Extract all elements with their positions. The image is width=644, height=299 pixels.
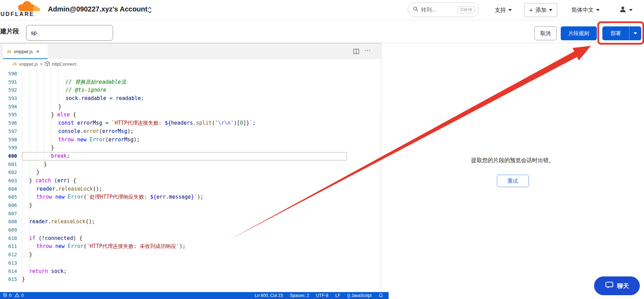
indentation-setting[interactable]: Spaces: 2	[290, 293, 309, 298]
code-line-607[interactable]: 607	[0, 210, 381, 218]
code-text[interactable]: }	[51, 144, 54, 152]
code-text[interactable]: break;	[51, 152, 70, 160]
code-line-593[interactable]: 593sock.readable = readable;	[0, 94, 381, 103]
code-line-610[interactable]: 610if (!connected) {	[0, 234, 381, 243]
support-menu[interactable]: 支持	[495, 0, 512, 20]
code-text[interactable]: throw new Error(`处理HTTP代理响应失败: ${err.mes…	[36, 193, 203, 201]
line-number[interactable]: 612	[0, 251, 17, 259]
code-text[interactable]: }	[44, 160, 47, 169]
language-menu[interactable]: 简体中文	[571, 0, 600, 20]
language-mode[interactable]: {} JavaScript	[347, 293, 372, 298]
code-line-609[interactable]: 609	[0, 226, 381, 234]
notifications-bell-icon[interactable]	[379, 293, 383, 299]
encoding-setting[interactable]: UTF-8	[316, 293, 328, 298]
code-text[interactable]: const errorMsg = `HTTP代理连接失败: ${headers.…	[58, 119, 256, 127]
deploy-split-button[interactable]: 部署	[602, 26, 641, 40]
code-area[interactable]: 590591// 替换原始readable流592// @ts-ignore59…	[0, 69, 381, 292]
code-text[interactable]: throw new Error('HTTP代理连接失败: 未收到成功响应');	[36, 242, 186, 251]
line-number[interactable]: 614	[0, 267, 17, 276]
deploy-dropdown-button[interactable]	[629, 26, 641, 40]
code-text[interactable]: // @ts-ignore	[66, 86, 106, 94]
breadcrumb[interactable]: JS snippet.js > httpConnect	[0, 59, 381, 69]
retry-button[interactable]: 重试	[497, 175, 529, 187]
line-number[interactable]: 615	[0, 275, 17, 284]
deploy-button[interactable]: 部署	[602, 26, 629, 40]
code-line-603[interactable]: 603} catch (err) {	[0, 177, 381, 185]
add-button[interactable]: + 添加	[524, 3, 557, 17]
code-line-590[interactable]: 590	[0, 70, 381, 78]
code-text[interactable]: } catch (err) {	[29, 177, 76, 185]
code-line-614[interactable]: 614return sock;	[0, 267, 381, 276]
code-text[interactable]: } else {	[51, 111, 76, 119]
snippet-rules-button[interactable]: 片段规则	[561, 26, 597, 40]
code-text[interactable]: }	[36, 168, 40, 177]
line-number[interactable]: 611	[0, 242, 17, 251]
code-text[interactable]: }	[29, 201, 32, 210]
line-number[interactable]: 613	[0, 259, 17, 267]
code-text[interactable]: }	[29, 251, 32, 259]
code-line-595[interactable]: 595} else {	[0, 111, 381, 119]
line-number[interactable]: 593	[0, 94, 17, 103]
line-number[interactable]: 592	[0, 86, 17, 94]
tab-snippet-js[interactable]: JS snippet.js ✕	[3, 44, 48, 59]
code-line-604[interactable]: 604reader.releaseLock();	[0, 185, 381, 193]
line-number[interactable]: 609	[0, 226, 17, 234]
line-number[interactable]: 601	[0, 160, 17, 169]
code-text[interactable]: if (!connected) {	[29, 234, 83, 243]
code-line-594[interactable]: 594}	[0, 103, 381, 111]
code-line-596[interactable]: 596const errorMsg = `HTTP代理连接失败: ${heade…	[0, 119, 381, 127]
code-line-602[interactable]: 602}	[0, 168, 381, 177]
close-icon[interactable]: ✕	[36, 49, 40, 54]
code-text[interactable]: throw new Error(errorMsg);	[58, 136, 140, 144]
code-line-601[interactable]: 601}	[0, 160, 381, 169]
line-number[interactable]: 605	[0, 193, 17, 201]
code-text[interactable]: // 替换原始readable流	[66, 78, 126, 86]
line-number[interactable]: 598	[0, 136, 17, 144]
breadcrumb-symbol[interactable]: httpConnect	[52, 61, 76, 67]
code-line-599[interactable]: 599}	[0, 144, 381, 152]
line-number[interactable]: 610	[0, 234, 17, 243]
problems-indicator[interactable]: 0 0	[0, 293, 24, 298]
code-text[interactable]: sock.readable = readable;	[66, 94, 144, 103]
code-line-612[interactable]: 612}	[0, 251, 381, 259]
code-text[interactable]: reader.releaseLock();	[36, 185, 102, 193]
snippet-name-input[interactable]	[26, 25, 113, 41]
code-line-606[interactable]: 606}	[0, 201, 381, 210]
code-text[interactable]: reader.releaseLock();	[29, 218, 95, 226]
chat-button[interactable]: 聊天	[594, 276, 640, 295]
code-line-597[interactable]: 597console.error(errorMsg);	[0, 127, 381, 136]
line-number[interactable]: 591	[0, 78, 17, 86]
line-number[interactable]: 590	[0, 70, 17, 78]
line-number[interactable]: 604	[0, 185, 17, 193]
code-line-611[interactable]: 611throw new Error('HTTP代理连接失败: 未收到成功响应'…	[0, 242, 381, 251]
split-editor-icon[interactable]	[353, 49, 359, 56]
code-line-613[interactable]: 613	[0, 259, 381, 267]
eol-setting[interactable]: LF	[335, 293, 340, 298]
line-number[interactable]: 607	[0, 210, 17, 218]
cursor-position[interactable]: Ln 600, Col 23	[255, 293, 283, 298]
account-switcher-icon[interactable]	[147, 6, 152, 16]
code-line-598[interactable]: 598throw new Error(errorMsg);	[0, 136, 381, 144]
code-line-608[interactable]: 608reader.releaseLock();	[0, 218, 381, 226]
global-search[interactable]: 转到... Ctrl+K	[408, 2, 479, 17]
code-text[interactable]: }	[58, 103, 61, 111]
code-text[interactable]: }	[22, 275, 25, 284]
line-number[interactable]: 603	[0, 177, 17, 185]
line-number[interactable]: 600	[0, 152, 17, 160]
line-number[interactable]: 595	[0, 111, 17, 119]
line-number[interactable]: 599	[0, 144, 17, 152]
line-number[interactable]: 602	[0, 168, 17, 177]
code-text[interactable]: return sock;	[29, 267, 67, 276]
breadcrumb-file[interactable]: snippet.js	[19, 61, 38, 67]
code-text[interactable]: console.error(errorMsg);	[58, 127, 134, 136]
line-number[interactable]: 608	[0, 218, 17, 226]
code-line-600[interactable]: 600break;	[0, 152, 381, 160]
more-actions-icon[interactable]: ⋯	[364, 46, 371, 54]
line-number[interactable]: 596	[0, 119, 17, 127]
user-menu[interactable]	[619, 0, 633, 20]
line-number[interactable]: 606	[0, 201, 17, 210]
code-line-605[interactable]: 605throw new Error(`处理HTTP代理响应失败: ${err.…	[0, 193, 381, 201]
code-line-615[interactable]: 615}	[0, 275, 381, 284]
cancel-button[interactable]: 取消	[534, 26, 557, 40]
code-line-592[interactable]: 592// @ts-ignore	[0, 86, 381, 94]
